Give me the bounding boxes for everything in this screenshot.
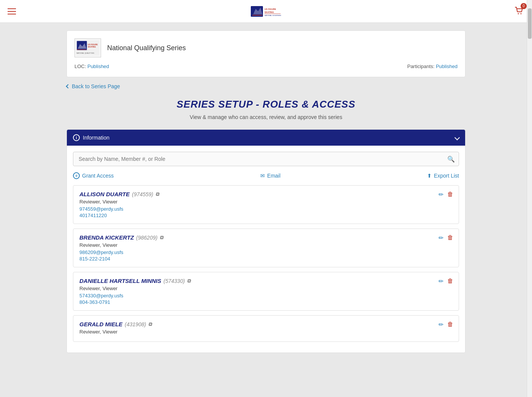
person-actions-2: ✏ 🗑 (439, 278, 453, 285)
person-email-0: 974559@perdy.usfs (79, 206, 453, 212)
person-name-0: ALLISON DUARTE (974559) ⧉ (79, 191, 453, 197)
cart-badge: 0 (521, 3, 527, 9)
search-bar: 🔍 (73, 152, 459, 166)
edit-button-2[interactable]: ✏ (439, 278, 443, 285)
svg-text:NATIONAL GOVERNING BODY: NATIONAL GOVERNING BODY (264, 14, 281, 16)
scrollbar-thumb (528, 8, 532, 39)
grant-access-button[interactable]: + Grant Access (73, 172, 114, 179)
series-card: US FIGURE SKATING NATIONAL QUALIFYING Na… (66, 30, 466, 77)
back-to-series-link[interactable]: Back to Series Page (66, 83, 466, 89)
participants-published-link[interactable]: Published (436, 64, 458, 69)
svg-text:NATIONAL QUALIFYING: NATIONAL QUALIFYING (76, 52, 94, 54)
person-name-3: GERALD MIELE (431908) ⧉ (79, 321, 453, 327)
persons-list: ALLISON DUARTE (974559) ⧉ Reviewer, View… (73, 185, 459, 342)
person-phone-2: 804-363-0791 (79, 299, 453, 305)
person-role-3: Reviewer, Viewer (79, 329, 453, 335)
search-icon: 🔍 (447, 156, 455, 163)
person-card: BRENDA KICKERTZ (986209) ⧉ Reviewer, Vie… (73, 229, 459, 267)
loc-published-link[interactable]: Published (87, 64, 109, 69)
person-role-1: Reviewer, Viewer (79, 242, 453, 248)
svg-text:US FIGURE: US FIGURE (88, 44, 98, 46)
series-logo: US FIGURE SKATING NATIONAL QUALIFYING (74, 38, 101, 57)
copy-icon-1[interactable]: ⧉ (160, 235, 163, 241)
person-actions-0: ✏ 🗑 (439, 191, 453, 198)
person-name-2: DANIELLE HARTSELL MINNIS (574330) ⧉ (79, 278, 453, 284)
series-title: National Qualifying Series (107, 44, 186, 52)
panel-body: 🔍 + Grant Access ✉ Email ⬆ Export List (67, 146, 465, 353)
person-card: ALLISON DUARTE (974559) ⧉ Reviewer, View… (73, 185, 459, 224)
copy-icon-0[interactable]: ⧉ (155, 191, 159, 197)
roles-panel: i Information 🔍 + Grant Access ✉ Email (66, 129, 466, 353)
info-icon: i (73, 134, 80, 141)
logo: US FIGURE SKATING NATIONAL GOVERNING BOD… (251, 4, 281, 19)
person-role-0: Reviewer, Viewer (79, 199, 453, 205)
person-role-2: Reviewer, Viewer (79, 286, 453, 291)
person-email-2: 574330@perdy.usfs (79, 293, 453, 299)
main-content: US FIGURE SKATING NATIONAL QUALIFYING Na… (66, 23, 466, 360)
loc-status: LOC: Published (74, 64, 109, 69)
copy-icon-2[interactable]: ⧉ (187, 278, 190, 284)
series-card-footer: LOC: Published Participants: Published (74, 64, 458, 69)
email-icon: ✉ (260, 173, 265, 179)
person-actions-3: ✏ 🗑 (439, 321, 453, 328)
chevron-left-icon (66, 84, 70, 88)
person-actions-1: ✏ 🗑 (439, 234, 453, 241)
scrollbar[interactable] (527, 0, 532, 397)
chevron-down-icon (454, 135, 460, 140)
export-list-button[interactable]: ⬆ Export List (427, 173, 459, 179)
svg-text:SKATING: SKATING (88, 46, 96, 48)
svg-text:US FIGURE: US FIGURE (264, 8, 276, 10)
copy-icon-3[interactable]: ⧉ (148, 321, 152, 327)
page-heading: SERIES SETUP - ROLES & ACCESS (66, 98, 466, 110)
svg-point-7 (518, 13, 519, 14)
edit-button-1[interactable]: ✏ (439, 234, 443, 241)
edit-button-0[interactable]: ✏ (439, 191, 443, 198)
delete-button-1[interactable]: 🗑 (447, 234, 453, 241)
person-card: GERALD MIELE (431908) ⧉ Reviewer, Viewer… (73, 315, 459, 342)
delete-button-2[interactable]: 🗑 (447, 278, 453, 285)
svg-point-8 (521, 13, 522, 14)
email-button[interactable]: ✉ Email (260, 173, 280, 179)
edit-button-3[interactable]: ✏ (439, 321, 443, 328)
plus-circle-icon: + (73, 172, 80, 179)
info-bar[interactable]: i Information (67, 130, 465, 146)
person-card: DANIELLE HARTSELL MINNIS (574330) ⧉ Revi… (73, 272, 459, 311)
delete-button-3[interactable]: 🗑 (447, 321, 453, 328)
person-phone-1: 815-222-2104 (79, 256, 453, 262)
page-title: SERIES SETUP - ROLES & ACCESS (66, 98, 466, 110)
person-email-1: 986209@perdy.usfs (79, 249, 453, 255)
delete-button-0[interactable]: 🗑 (447, 191, 453, 198)
info-bar-left: i Information (73, 134, 109, 141)
search-input[interactable] (77, 152, 447, 166)
person-phone-0: 4017411220 (79, 213, 453, 218)
page-subtext: View & manage who can access, review, an… (66, 114, 466, 120)
action-bar: + Grant Access ✉ Email ⬆ Export List (73, 172, 459, 179)
person-name-1: BRENDA KICKERTZ (986209) ⧉ (79, 234, 453, 241)
cart-button[interactable]: 0 (514, 5, 524, 17)
export-icon: ⬆ (427, 173, 432, 179)
participants-status: Participants: Published (407, 64, 458, 69)
svg-text:SKATING: SKATING (264, 11, 274, 13)
series-card-header: US FIGURE SKATING NATIONAL QUALIFYING Na… (74, 38, 458, 57)
info-bar-label: Information (83, 135, 109, 141)
menu-button[interactable] (8, 8, 16, 14)
header: US FIGURE SKATING NATIONAL GOVERNING BOD… (0, 0, 532, 23)
